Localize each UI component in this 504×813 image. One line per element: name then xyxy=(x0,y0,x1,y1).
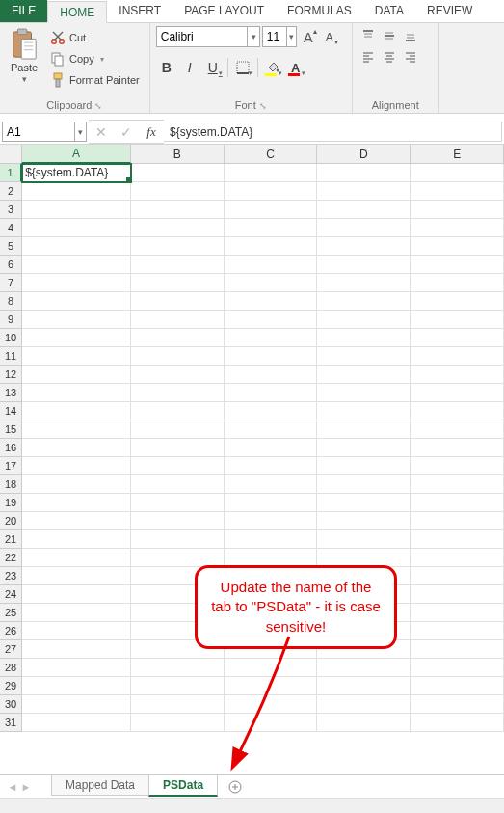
chevron-down-icon[interactable]: ▾ xyxy=(247,27,258,46)
cell-E27[interactable] xyxy=(411,640,504,659)
bold-button[interactable]: B xyxy=(156,57,177,78)
row-header-28[interactable]: 28 xyxy=(0,659,22,677)
enter-button[interactable]: ✓ xyxy=(114,122,139,143)
italic-button[interactable]: I xyxy=(179,57,200,78)
decrease-font-button[interactable]: A▾ xyxy=(320,26,339,47)
row-header-24[interactable]: 24 xyxy=(0,585,22,604)
cell-B29[interactable] xyxy=(131,677,225,695)
cell-D30[interactable] xyxy=(317,695,411,714)
increase-font-button[interactable]: A▴ xyxy=(299,26,318,47)
column-header-b[interactable]: B xyxy=(131,145,225,164)
row-header-31[interactable]: 31 xyxy=(0,714,22,732)
dialog-launcher-icon[interactable]: ⤡ xyxy=(94,101,102,111)
cell-B11[interactable] xyxy=(131,347,225,366)
cell-E18[interactable] xyxy=(411,475,504,494)
row-header-4[interactable]: 4 xyxy=(0,219,22,237)
column-header-d[interactable]: D xyxy=(317,145,411,164)
cell-C4[interactable] xyxy=(225,219,318,237)
row-header-20[interactable]: 20 xyxy=(0,512,22,530)
cell-D18[interactable] xyxy=(317,475,411,494)
cell-A20[interactable] xyxy=(22,512,131,530)
row-header-23[interactable]: 23 xyxy=(0,567,22,585)
cell-A14[interactable] xyxy=(22,402,131,420)
format-painter-button[interactable]: Format Painter xyxy=(46,70,144,90)
cell-A25[interactable] xyxy=(22,604,131,622)
sheet-tab-mapped-data[interactable]: Mapped Data xyxy=(51,775,149,796)
cell-B5[interactable] xyxy=(131,237,225,256)
cell-D19[interactable] xyxy=(317,494,411,512)
sheet-nav[interactable]: ◄ ► xyxy=(0,781,39,793)
cell-C20[interactable] xyxy=(225,512,318,530)
row-header-15[interactable]: 15 xyxy=(0,420,22,439)
cell-C18[interactable] xyxy=(225,475,318,494)
cell-D15[interactable] xyxy=(317,420,411,439)
align-right-button[interactable] xyxy=(401,47,420,67)
cell-E26[interactable] xyxy=(411,622,504,640)
row-header-11[interactable]: 11 xyxy=(0,347,22,366)
cell-D21[interactable] xyxy=(317,530,411,549)
cell-E11[interactable] xyxy=(411,347,504,366)
cell-C3[interactable] xyxy=(225,201,318,219)
cell-B19[interactable] xyxy=(131,494,225,512)
cell-A8[interactable] xyxy=(22,292,131,311)
row-header-21[interactable]: 21 xyxy=(0,530,22,549)
align-middle-button[interactable] xyxy=(380,26,399,45)
cell-E22[interactable] xyxy=(411,549,504,567)
row-header-22[interactable]: 22 xyxy=(0,549,22,567)
cell-D4[interactable] xyxy=(317,219,411,237)
cell-E8[interactable] xyxy=(411,292,504,311)
tab-home[interactable]: HOME xyxy=(47,1,107,23)
cell-D31[interactable] xyxy=(317,714,411,732)
align-bottom-button[interactable] xyxy=(401,26,420,45)
cell-A13[interactable] xyxy=(22,384,131,402)
cell-B17[interactable] xyxy=(131,457,225,475)
cell-C7[interactable] xyxy=(225,274,318,292)
cell-A6[interactable] xyxy=(22,256,131,274)
cell-B6[interactable] xyxy=(131,256,225,274)
row-header-26[interactable]: 26 xyxy=(0,622,22,640)
cell-C8[interactable] xyxy=(225,292,318,311)
row-header-6[interactable]: 6 xyxy=(0,256,22,274)
cell-D9[interactable] xyxy=(317,311,411,329)
cell-D29[interactable] xyxy=(317,677,411,695)
cut-button[interactable]: Cut xyxy=(46,28,144,47)
cell-C5[interactable] xyxy=(225,237,318,256)
cell-B21[interactable] xyxy=(131,530,225,549)
row-header-14[interactable]: 14 xyxy=(0,402,22,420)
cell-C6[interactable] xyxy=(225,256,318,274)
cell-E4[interactable] xyxy=(411,219,504,237)
cell-D12[interactable] xyxy=(317,366,411,384)
cancel-button[interactable]: ✕ xyxy=(89,122,114,143)
row-header-17[interactable]: 17 xyxy=(0,457,22,475)
chevron-down-icon[interactable]: ▾ xyxy=(286,27,295,46)
cell-D1[interactable] xyxy=(317,164,411,182)
insert-function-button[interactable]: fx xyxy=(139,122,164,143)
cell-C30[interactable] xyxy=(225,695,318,714)
cell-E28[interactable] xyxy=(411,659,504,677)
cell-B7[interactable] xyxy=(131,274,225,292)
cell-C13[interactable] xyxy=(225,384,318,402)
cell-D8[interactable] xyxy=(317,292,411,311)
cell-D6[interactable] xyxy=(317,256,411,274)
horizontal-scrollbar[interactable] xyxy=(0,798,504,813)
cell-D5[interactable] xyxy=(317,237,411,256)
cell-B31[interactable] xyxy=(131,714,225,732)
cell-A21[interactable] xyxy=(22,530,131,549)
align-center-button[interactable] xyxy=(380,47,399,67)
row-header-7[interactable]: 7 xyxy=(0,274,22,292)
cell-D2[interactable] xyxy=(317,182,411,201)
cell-A30[interactable] xyxy=(22,695,131,714)
cell-A19[interactable] xyxy=(22,494,131,512)
cell-D3[interactable] xyxy=(317,201,411,219)
cell-B12[interactable] xyxy=(131,366,225,384)
cell-D10[interactable] xyxy=(317,329,411,347)
font-color-button[interactable]: A ▾ xyxy=(285,57,306,78)
cell-E10[interactable] xyxy=(411,329,504,347)
cell-A5[interactable] xyxy=(22,237,131,256)
font-size-combo[interactable]: ▾ xyxy=(262,26,297,47)
cell-A17[interactable] xyxy=(22,457,131,475)
cell-E30[interactable] xyxy=(411,695,504,714)
cell-B9[interactable] xyxy=(131,311,225,329)
cell-B28[interactable] xyxy=(131,659,225,677)
cell-C31[interactable] xyxy=(225,714,318,732)
